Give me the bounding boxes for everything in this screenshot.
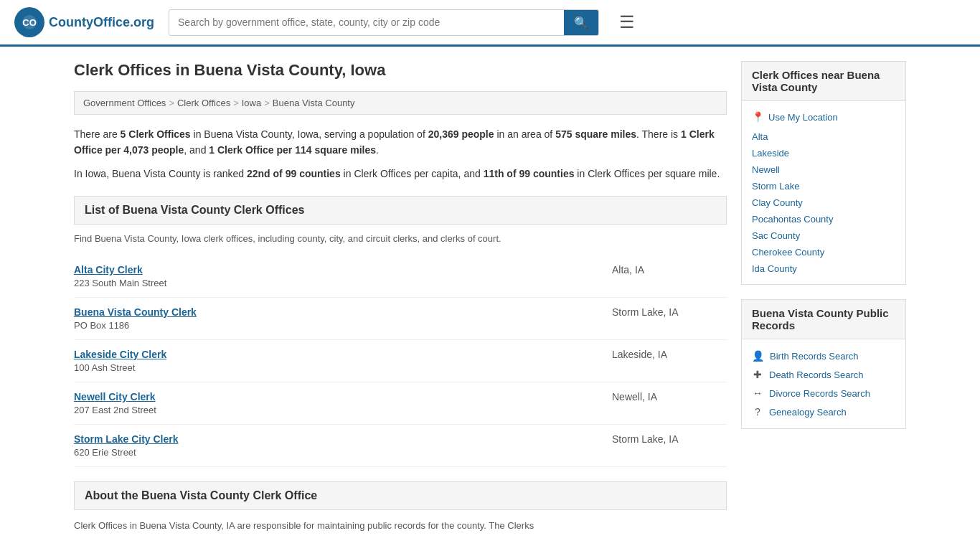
page-title: Clerk Offices in Buena Vista County, Iow… [74, 61, 727, 80]
sidebar-link-clay-county[interactable]: Clay County [752, 194, 895, 211]
clerk-address-2: 100 Ash Street [74, 362, 166, 373]
death-records-label: Death Records Search [769, 369, 864, 380]
sidebar-nearby-content: 📍 Use My Location Alta Lakeside Newell S… [741, 101, 906, 285]
divorce-icon: ↔ [752, 387, 763, 399]
about-section-header: About the Buena Vista County Clerk Offic… [74, 481, 727, 510]
clerk-name-3[interactable]: Newell City Clerk [74, 391, 156, 402]
clerk-address-1: PO Box 1186 [74, 320, 197, 331]
sidebar-link-cherokee-county[interactable]: Cherokee County [752, 244, 895, 260]
breadcrumb: Government Offices > Clerk Offices > Iow… [74, 91, 727, 115]
divorce-records-label: Divorce Records Search [769, 388, 870, 399]
genealogy-icon: ? [752, 406, 763, 418]
svg-text:CO: CO [22, 17, 37, 28]
sidebar-link-ida-county[interactable]: Ida County [752, 260, 895, 277]
clerk-item-2: Lakeside City Clerk 100 Ash Street Lakes… [74, 340, 727, 382]
logo[interactable]: CO CountyOffice.org [14, 7, 154, 37]
breadcrumb-item-iowa[interactable]: Iowa [242, 98, 261, 108]
about-section: About the Buena Vista County Clerk Offic… [74, 481, 727, 533]
breadcrumb-sep-2: > [233, 98, 239, 108]
breadcrumb-item-gov[interactable]: Government Offices [83, 98, 166, 108]
death-records-link[interactable]: ✚ Death Records Search [752, 365, 895, 384]
logo-icon: CO [14, 7, 44, 37]
sidebar-records-section: Buena Vista County Public Records 👤 Birt… [741, 299, 906, 429]
search-button[interactable]: 🔍 [564, 10, 598, 35]
clerk-address-0: 223 South Main Street [74, 278, 166, 288]
clerk-name-4[interactable]: Storm Lake City Clerk [74, 433, 179, 445]
genealogy-label: Genealogy Search [769, 407, 847, 418]
sidebar-link-lakeside[interactable]: Lakeside [752, 145, 895, 161]
breadcrumb-sep-1: > [169, 98, 174, 108]
search-area: 🔍 [169, 9, 599, 36]
sidebar-records-content: 👤 Birth Records Search ✚ Death Records S… [741, 339, 906, 429]
breadcrumb-item-county[interactable]: Buena Vista County [273, 98, 355, 108]
sidebar-link-pocahontas-county[interactable]: Pocahontas County [752, 211, 895, 227]
logo-text: CountyOffice.org [49, 15, 154, 30]
sidebar-records-header: Buena Vista County Public Records [741, 299, 906, 339]
birth-records-link[interactable]: 👤 Birth Records Search [752, 347, 895, 365]
clerk-city-3: Newell, IA [612, 391, 727, 402]
sidebar-link-storm-lake[interactable]: Storm Lake [752, 178, 895, 194]
sidebar-nearby-section: Clerk Offices near Buena Vista County 📍 … [741, 61, 906, 285]
sidebar: Clerk Offices near Buena Vista County 📍 … [741, 61, 906, 533]
list-description: Find Buena Vista County, Iowa clerk offi… [74, 233, 727, 244]
genealogy-link[interactable]: ? Genealogy Search [752, 402, 895, 421]
clerk-item-4: Storm Lake City Clerk 620 Erie Street St… [74, 425, 727, 467]
content-area: Clerk Offices in Buena Vista County, Iow… [74, 61, 727, 533]
clerk-name-0[interactable]: Alta City Clerk [74, 264, 143, 276]
sidebar-nearby-header: Clerk Offices near Buena Vista County [741, 61, 906, 101]
clerk-city-1: Storm Lake, IA [612, 306, 727, 318]
breadcrumb-sep-3: > [264, 98, 270, 108]
clerk-city-0: Alta, IA [612, 264, 727, 276]
clerk-city-2: Lakeside, IA [612, 349, 727, 360]
clerk-item-3: Newell City Clerk 207 East 2nd Street Ne… [74, 382, 727, 425]
clerk-name-2[interactable]: Lakeside City Clerk [74, 349, 166, 360]
main-container: Clerk Offices in Buena Vista County, Iow… [60, 47, 920, 547]
clerk-address-4: 620 Erie Street [74, 447, 179, 458]
list-section-header: List of Buena Vista County Clerk Offices [74, 196, 727, 225]
clerk-name-1[interactable]: Buena Vista County Clerk [74, 306, 197, 318]
description-paragraph-1: There are 5 Clerk Offices in Buena Vista… [74, 126, 727, 159]
death-icon: ✚ [752, 369, 763, 380]
search-input[interactable] [169, 11, 564, 34]
divorce-records-link[interactable]: ↔ Divorce Records Search [752, 384, 895, 402]
header: CO CountyOffice.org 🔍 ☰ [0, 0, 980, 47]
clerk-city-4: Storm Lake, IA [612, 433, 727, 445]
breadcrumb-item-clerk[interactable]: Clerk Offices [177, 98, 230, 108]
logo-name: CountyOffice [49, 15, 130, 29]
clerk-list: Alta City Clerk 223 South Main Street Al… [74, 255, 727, 467]
use-my-location-link[interactable]: Use My Location [768, 112, 838, 123]
clerk-address-3: 207 East 2nd Street [74, 405, 156, 415]
menu-button[interactable]: ☰ [613, 9, 641, 35]
description-paragraph-2: In Iowa, Buena Vista County is ranked 22… [74, 166, 727, 182]
sidebar-link-alta[interactable]: Alta [752, 128, 895, 145]
sidebar-link-newell[interactable]: Newell [752, 161, 895, 178]
sidebar-link-sac-county[interactable]: Sac County [752, 227, 895, 244]
clerk-item-1: Buena Vista County Clerk PO Box 1186 Sto… [74, 298, 727, 340]
logo-suffix: .org [130, 15, 154, 29]
use-my-location-item[interactable]: 📍 Use My Location [752, 108, 895, 126]
about-text: Clerk Offices in Buena Vista County, IA … [74, 519, 727, 533]
birth-records-label: Birth Records Search [770, 351, 859, 362]
birth-icon: 👤 [752, 350, 764, 362]
location-pin-icon: 📍 [752, 111, 764, 123]
clerk-item-0: Alta City Clerk 223 South Main Street Al… [74, 255, 727, 298]
